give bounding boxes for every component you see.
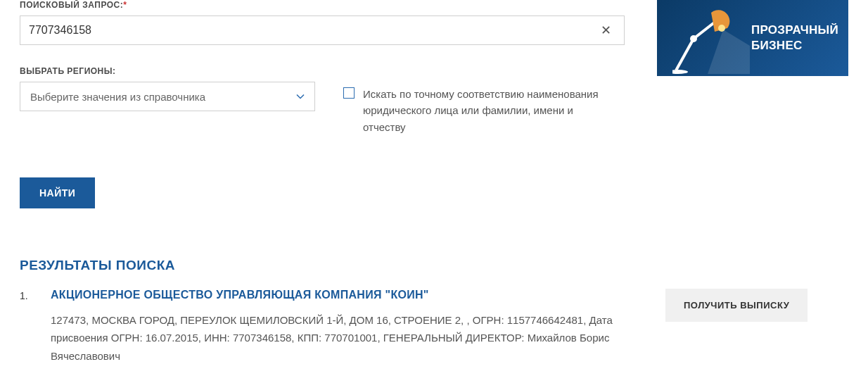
result-company-name[interactable]: АКЦИОНЕРНОЕ ОБЩЕСТВО УПРАВЛЯЮЩАЯ КОМПАНИ… [51,289,634,301]
banner-text: ПРОЗРАЧНЫЙ БИЗНЕС [751,23,838,54]
svg-line-1 [694,21,716,39]
lamp-icon [672,7,750,74]
transparent-business-banner[interactable]: ПРОЗРАЧНЫЙ БИЗНЕС [657,0,848,76]
svg-point-5 [672,70,688,74]
result-details: 127473, МОСКВА ГОРОД, ПЕРЕУЛОК ЩЕМИЛОВСК… [51,311,634,365]
svg-marker-4 [708,30,750,74]
region-placeholder: Выберите значения из справочника [30,91,205,103]
banner-line1: ПРОЗРАЧНЫЙ [751,23,838,38]
clear-icon[interactable]: ✕ [596,21,615,39]
exact-match-label: Искать по точному соответствию наименова… [363,86,602,135]
region-select[interactable]: Выберите значения из справочника [20,82,315,111]
search-label-text: ПОИСКОВЫЙ ЗАПРОС: [20,0,123,10]
find-button[interactable]: НАЙТИ [20,177,95,208]
required-mark: * [123,0,127,10]
result-row: 1. АКЦИОНЕРНОЕ ОБЩЕСТВО УПРАВЛЯЮЩАЯ КОМП… [20,289,848,365]
results-title: РЕЗУЛЬТАТЫ ПОИСКА [20,258,848,273]
search-input[interactable] [29,24,596,37]
search-label: ПОИСКОВЫЙ ЗАПРОС:* [20,0,629,10]
result-number: 1. [20,289,41,301]
get-extract-button[interactable]: ПОЛУЧИТЬ ВЫПИСКУ [665,289,808,322]
chevron-down-icon [296,92,305,101]
search-input-wrap: ✕ [20,15,625,45]
svg-point-2 [690,35,697,42]
exact-match-checkbox[interactable] [343,87,355,99]
banner-line2: БИЗНЕС [751,38,838,54]
region-label: ВЫБРАТЬ РЕГИОНЫ: [20,66,315,76]
svg-line-0 [676,39,694,70]
